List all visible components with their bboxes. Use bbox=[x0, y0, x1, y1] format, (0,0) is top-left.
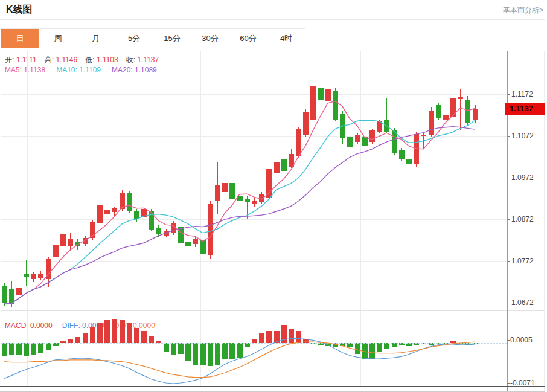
fundamental-analysis-link[interactable]: 基本面分析> bbox=[503, 5, 543, 16]
candle-up bbox=[458, 97, 463, 99]
macd-bar-positive bbox=[120, 320, 125, 343]
macd-bar-negative bbox=[362, 343, 368, 359]
tab-5分[interactable]: 5分 bbox=[115, 29, 153, 48]
macd-bar-negative bbox=[193, 343, 198, 365]
candle-up bbox=[104, 210, 110, 214]
candle-up bbox=[325, 89, 331, 101]
macd-bar-negative bbox=[369, 343, 375, 359]
macd-bar-negative bbox=[185, 343, 191, 361]
candle-up bbox=[31, 274, 36, 279]
macd-bar-negative bbox=[377, 343, 382, 352]
candle-up bbox=[377, 121, 382, 132]
candle-down bbox=[127, 193, 132, 211]
candle-down bbox=[185, 242, 191, 246]
candle-up bbox=[171, 223, 176, 233]
macd-axis-label: -0.0071 bbox=[510, 379, 535, 387]
v-gridline bbox=[27, 51, 28, 387]
macd-bar-negative bbox=[2, 343, 7, 356]
candle-up bbox=[429, 111, 434, 135]
macd-info-row: MACD: 0.0000DIFF: 0.0000DEA: 0.0000 bbox=[5, 321, 165, 330]
candle-up bbox=[355, 135, 360, 142]
badge-tick bbox=[502, 109, 505, 109]
tab-日[interactable]: 日 bbox=[1, 29, 39, 48]
macd-bar-negative bbox=[355, 343, 360, 354]
candle-down bbox=[384, 120, 389, 132]
candle-up bbox=[53, 245, 59, 257]
macd-bottom-axis bbox=[0, 386, 545, 387]
macd-bar-negative bbox=[245, 343, 250, 347]
macd-axis-label: 0.0005 bbox=[510, 336, 533, 344]
macd-bar-positive bbox=[149, 336, 154, 343]
macd-bar-positive bbox=[83, 333, 88, 343]
macd-bar-positive bbox=[266, 331, 272, 343]
candle-up bbox=[310, 86, 316, 120]
ma10-line bbox=[4, 120, 475, 304]
candle-up bbox=[16, 288, 22, 295]
candle-up bbox=[120, 193, 125, 209]
candle-up bbox=[68, 239, 73, 246]
candle-down bbox=[75, 242, 80, 246]
price-gridline bbox=[1, 261, 507, 262]
info-item: 高: 1.1146 bbox=[45, 56, 78, 64]
chart-frame-top bbox=[0, 51, 545, 51]
candle-up bbox=[252, 201, 257, 204]
price-gridline bbox=[1, 94, 507, 95]
tab-4时[interactable]: 4时 bbox=[267, 29, 305, 48]
candle-down bbox=[9, 289, 14, 304]
macd-bar-positive bbox=[68, 339, 73, 343]
candle-up bbox=[112, 208, 117, 212]
info-item: 低: 1.1103 bbox=[85, 56, 118, 64]
tab-30分[interactable]: 30分 bbox=[191, 29, 229, 48]
macd-bar-negative bbox=[16, 343, 22, 355]
candle-down bbox=[200, 240, 206, 254]
candle-up bbox=[274, 162, 280, 173]
macd-bar-negative bbox=[222, 343, 228, 359]
tab-60分[interactable]: 60分 bbox=[229, 29, 267, 48]
tab-月[interactable]: 月 bbox=[77, 29, 115, 48]
candle-down bbox=[156, 228, 161, 234]
candle-down bbox=[333, 91, 338, 120]
candle-down bbox=[392, 130, 397, 153]
macd-bar-positive bbox=[252, 339, 257, 343]
candle-down bbox=[399, 150, 405, 159]
candle-down bbox=[406, 159, 412, 164]
macd-bar-negative bbox=[38, 343, 43, 353]
candle-up bbox=[83, 238, 88, 244]
info-divider bbox=[115, 51, 115, 85]
v-gridline bbox=[360, 51, 361, 387]
candle-up bbox=[193, 239, 198, 244]
candle-down bbox=[347, 137, 353, 147]
candle-up bbox=[60, 234, 66, 246]
price-gridline bbox=[1, 219, 507, 220]
ohlc-info-row: 开: 1.1111高: 1.1146低: 1.1103收: 1.1137 bbox=[5, 55, 167, 65]
macd-bar-positive bbox=[289, 329, 294, 343]
candle-up bbox=[164, 231, 169, 236]
macd-bar-negative bbox=[229, 343, 235, 359]
candle-up bbox=[222, 183, 228, 192]
price-gridline bbox=[1, 178, 507, 178]
price-axis-label: 1.0672 bbox=[511, 298, 534, 307]
candle-up bbox=[443, 115, 449, 120]
macd-bar-positive bbox=[127, 323, 132, 343]
macd-bar-positive bbox=[141, 331, 147, 343]
candle-up bbox=[414, 134, 419, 164]
candle-down bbox=[340, 114, 345, 138]
current-price-badge: 1.1137 bbox=[505, 103, 545, 115]
candle-down bbox=[318, 88, 324, 100]
macd-bar-positive bbox=[259, 333, 264, 343]
macd-bar-positive bbox=[104, 320, 110, 343]
macd-bar-positive bbox=[90, 327, 95, 343]
candle-down bbox=[2, 286, 7, 303]
macd-bar-negative bbox=[208, 343, 213, 366]
macd-bar-positive bbox=[296, 331, 301, 343]
price-axis-label: 1.0972 bbox=[511, 173, 534, 182]
info-item: MA10: 1.1109 bbox=[56, 66, 101, 74]
candle-up bbox=[38, 274, 43, 278]
candle-up bbox=[289, 154, 294, 167]
tab-周[interactable]: 周 bbox=[39, 29, 77, 48]
macd-bar-negative bbox=[164, 343, 169, 352]
candle-down bbox=[149, 211, 154, 230]
tab-15分[interactable]: 15分 bbox=[153, 29, 191, 48]
period-tab-bar: 日周月5分15分30分60分4时 bbox=[1, 28, 305, 48]
candle-up bbox=[296, 129, 301, 156]
